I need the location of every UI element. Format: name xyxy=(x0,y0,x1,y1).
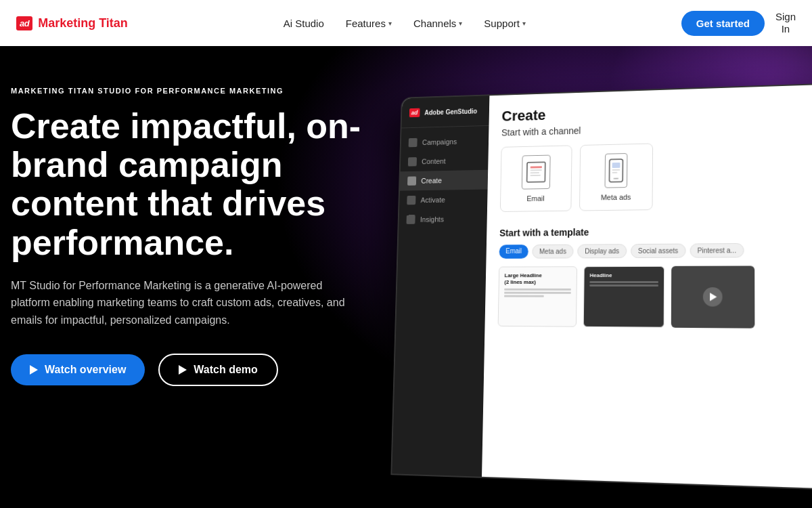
template-line xyxy=(504,295,544,297)
svg-rect-8 xyxy=(612,172,618,173)
nav-channels[interactable]: Channels ▾ xyxy=(413,18,462,29)
chevron-down-icon: ▾ xyxy=(459,20,462,27)
get-started-button[interactable]: Get started xyxy=(681,11,765,36)
sidebar-item-insights[interactable]: Insights xyxy=(399,209,487,229)
sign-in-link[interactable]: Sign In xyxy=(775,11,796,35)
gs-sidebar: ad Adobe GenStudio Campaigns Content Cre… xyxy=(392,96,489,476)
template-line xyxy=(504,292,571,294)
sidebar-item-content[interactable]: Content xyxy=(401,150,489,171)
nav-support[interactable]: Support ▾ xyxy=(484,18,526,29)
email-svg-icon xyxy=(526,159,547,184)
watch-overview-button[interactable]: Watch overview xyxy=(11,354,145,385)
svg-rect-3 xyxy=(531,172,539,173)
template-card-2[interactable]: Headline xyxy=(583,266,664,328)
svg-rect-0 xyxy=(527,162,545,182)
svg-rect-2 xyxy=(531,169,542,171)
template-line xyxy=(589,284,658,287)
gs-app-name: Adobe GenStudio xyxy=(424,107,477,116)
hero-content: MARKETING TITAN STUDIO FOR PERFORMANCE M… xyxy=(0,46,379,386)
mockup-screen: ad Adobe GenStudio Campaigns Content Cre… xyxy=(390,83,812,490)
content-icon xyxy=(408,157,417,166)
nav-features[interactable]: Features ▾ xyxy=(346,18,392,29)
create-icon xyxy=(407,176,416,185)
template-line xyxy=(589,281,658,283)
template-lines-2 xyxy=(589,281,658,287)
svg-rect-1 xyxy=(531,166,542,168)
meta-channel-icon xyxy=(605,153,628,188)
screen-inner: ad Adobe GenStudio Campaigns Content Cre… xyxy=(392,84,812,488)
template-card-1[interactable]: Large Headline(2 lines max) xyxy=(498,266,577,326)
logo-area: ad Marketing Titan xyxy=(16,16,128,30)
svg-rect-6 xyxy=(612,163,621,168)
navbar: ad Marketing Titan Ai Studio Features ▾ … xyxy=(0,0,812,46)
play-circle xyxy=(703,287,723,307)
template-headline-2: Headline xyxy=(589,272,658,280)
brand-name: Marketing Titan xyxy=(38,16,128,30)
channel-card-email[interactable]: Email xyxy=(500,145,572,212)
template-headline-1: Large Headline(2 lines max) xyxy=(504,272,571,287)
nav-links: Ai Studio Features ▾ Channels ▾ Support … xyxy=(284,18,526,29)
campaigns-icon xyxy=(409,138,418,147)
chevron-down-icon: ▾ xyxy=(522,20,526,27)
play-icon xyxy=(30,365,38,375)
tab-display-ads[interactable]: Display ads xyxy=(577,244,627,258)
template-line xyxy=(504,289,571,291)
svg-rect-7 xyxy=(612,169,621,171)
activate-icon xyxy=(407,196,415,205)
hero-body: MT Studio for Performance Marketing is a… xyxy=(11,277,363,329)
chevron-down-icon: ▾ xyxy=(388,20,392,27)
hero-eyebrow: MARKETING TITAN STUDIO FOR PERFORMANCE M… xyxy=(11,87,379,95)
tab-pinterest[interactable]: Pinterest a... xyxy=(690,243,744,258)
channel-cards-row: Email xyxy=(500,139,812,212)
tab-social-assets[interactable]: Social assets xyxy=(631,244,685,258)
hero-headline: Create impactful, on-brand campaign cont… xyxy=(11,107,379,262)
meta-label: Meta ads xyxy=(601,193,631,201)
template-lines-1 xyxy=(504,289,571,297)
gs-main-content: Create Start with a channel xyxy=(482,84,812,488)
tab-email[interactable]: Email xyxy=(499,245,528,259)
sidebar-item-activate[interactable]: Activate xyxy=(399,190,488,211)
template-cards-row: Large Headline(2 lines max) Headline xyxy=(498,266,812,329)
svg-rect-4 xyxy=(530,175,540,176)
app-mockup: ad Adobe GenStudio Campaigns Content Cre… xyxy=(386,87,812,480)
insights-icon xyxy=(407,215,415,224)
template-card-play[interactable] xyxy=(671,266,755,328)
hero-buttons: Watch overview Watch demo xyxy=(11,354,379,386)
sidebar-item-campaigns[interactable]: Campaigns xyxy=(401,131,489,152)
template-tabs: Email Meta ads Display ads Social assets… xyxy=(499,242,812,259)
nav-ai-studio[interactable]: Ai Studio xyxy=(284,18,324,29)
gs-start-template-title: Start with a template xyxy=(499,225,812,238)
email-label: Email xyxy=(526,194,545,203)
navbar-right: Get started Sign In xyxy=(681,11,796,36)
gs-logo: ad xyxy=(409,108,420,118)
channel-card-meta[interactable]: Meta ads xyxy=(579,143,653,211)
play-icon xyxy=(179,365,187,375)
meta-svg-icon xyxy=(608,158,624,184)
logo-badge: ad xyxy=(16,16,32,30)
hero-section: MARKETING TITAN STUDIO FOR PERFORMANCE M… xyxy=(0,46,812,508)
watch-demo-button[interactable]: Watch demo xyxy=(158,354,278,386)
email-channel-icon xyxy=(522,155,551,190)
tab-meta-ads[interactable]: Meta ads xyxy=(532,245,573,259)
sidebar-item-create[interactable]: Create xyxy=(400,170,488,191)
gs-sidebar-header: ad Adobe GenStudio xyxy=(401,106,489,128)
svg-rect-9 xyxy=(613,178,618,179)
play-triangle-icon xyxy=(710,293,717,301)
